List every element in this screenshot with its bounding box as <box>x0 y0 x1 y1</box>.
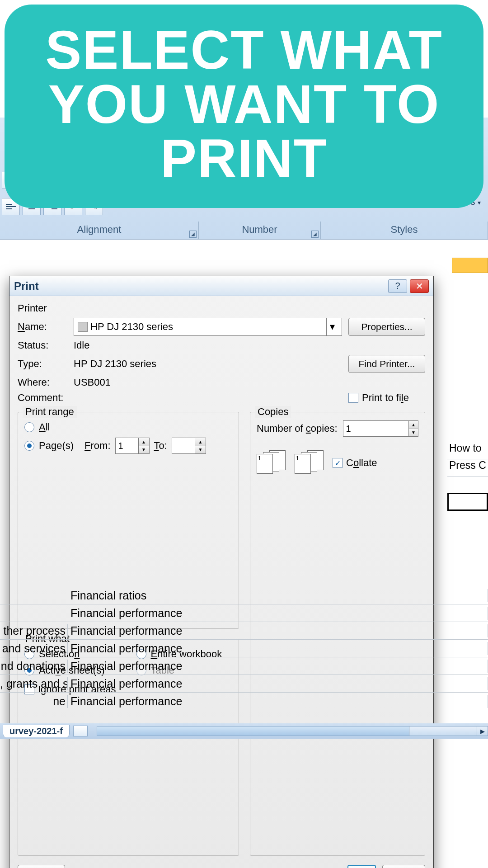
dropdown-arrow-icon: ▾ <box>478 199 481 206</box>
banner-line3: PRINT <box>160 128 328 189</box>
where-label: Where: <box>18 377 67 388</box>
side-cells: How to Press C <box>447 442 488 476</box>
print-to-file-row: Print to file <box>348 392 425 404</box>
table-row[interactable]: ther processFinancial performance <box>0 622 488 640</box>
print-range-title: Print range <box>23 406 77 418</box>
copies-field[interactable] <box>343 421 409 436</box>
to-input[interactable]: ▲▼ <box>172 438 206 454</box>
type-value: HP DJ 2130 series <box>74 358 342 370</box>
to-label: To: <box>154 440 167 452</box>
sheet-tab[interactable]: urvey-2021-f <box>3 725 70 737</box>
table-row[interactable]: and servicesFinancial performance <box>0 640 488 657</box>
comment-label: Comment: <box>18 392 67 404</box>
add-sheet-button[interactable] <box>73 726 88 736</box>
spreadsheet-rows: Financial ratios Financial performance t… <box>0 587 488 710</box>
cancel-button[interactable]: Cancel <box>382 865 425 868</box>
scrollbar-thumb[interactable] <box>97 726 409 736</box>
from-spinner[interactable]: ▲▼ <box>138 438 149 453</box>
number-group-label: Number ◢ <box>199 222 321 240</box>
range-pages-radio[interactable] <box>24 441 34 451</box>
dialog-titlebar: Print ? ✕ <box>9 276 433 296</box>
find-printer-button[interactable]: Find Printer... <box>348 355 425 373</box>
range-pages-row: Page(s) From: ▲▼ To: ▲▼ <box>24 438 232 454</box>
printer-name-value: HP DJ 2130 series <box>90 321 326 333</box>
copies-title: Copies <box>255 406 291 418</box>
copies-spinner[interactable]: ▲▼ <box>408 421 418 436</box>
table-row[interactable]: , grants and sFinancial performance <box>0 675 488 693</box>
where-value: USB001 <box>74 377 342 388</box>
dialog-footer: Preview OK Cancel <box>18 865 425 868</box>
table-row[interactable]: Financial ratios <box>0 587 488 604</box>
print-to-file-checkbox[interactable] <box>348 393 358 403</box>
alignment-group-label: Alignment ◢ <box>0 222 199 240</box>
table-row[interactable]: Financial performance <box>0 604 488 622</box>
from-input[interactable]: ▲▼ <box>115 438 150 454</box>
table-row[interactable]: neFinancial performance <box>0 693 488 710</box>
num-copies-label: Number of copies: <box>257 423 338 434</box>
side-cell[interactable]: Press C <box>447 459 488 476</box>
to-field[interactable] <box>172 438 195 453</box>
print-dialog: Print ? ✕ Printer Name: HP DJ 2130 serie… <box>9 276 434 868</box>
alignment-launcher[interactable]: ◢ <box>189 231 197 238</box>
selected-cell[interactable] <box>447 493 488 511</box>
status-label: Status: <box>18 340 67 351</box>
range-all-row: All <box>24 421 232 433</box>
banner-line1: SELECT WHAT <box>45 19 443 80</box>
range-all-radio[interactable] <box>24 422 34 432</box>
range-all-label: All <box>39 421 50 433</box>
dropdown-arrow-icon: ▾ <box>326 318 338 335</box>
dialog-title: Print <box>14 280 39 292</box>
print-to-file-label: Print to file <box>362 392 409 404</box>
banner-line2: YOU WANT TO <box>48 74 440 134</box>
range-pages-label: Page(s) <box>39 440 74 452</box>
collate-preview-1: 321 <box>257 450 286 476</box>
properties-button[interactable]: Properties... <box>348 318 425 336</box>
printer-icon <box>78 322 88 332</box>
type-label: Type: <box>18 358 67 370</box>
from-field[interactable] <box>116 438 138 453</box>
printer-section-label: Printer <box>18 302 425 314</box>
dialog-body: Printer Name: HP DJ 2130 series ▾ Proper… <box>9 296 433 868</box>
banner-text: SELECT WHAT YOU WANT TO PRINT <box>18 23 470 185</box>
ribbon-group-labels: Alignment ◢ Number ◢ Styles <box>0 222 488 240</box>
printer-info: Name: HP DJ 2130 series ▾ Properties... … <box>18 318 425 404</box>
collate-label: Collate <box>346 457 377 469</box>
side-cell[interactable]: How to <box>447 442 488 459</box>
name-label: Name: <box>18 321 67 333</box>
styles-group-label: Styles <box>321 222 488 240</box>
from-label: From: <box>84 440 110 452</box>
close-button[interactable]: ✕ <box>410 279 429 293</box>
scroll-right-arrow[interactable]: ▸ <box>477 726 488 736</box>
help-icon: ? <box>395 281 400 291</box>
to-spinner[interactable]: ▲▼ <box>195 438 206 453</box>
help-button[interactable]: ? <box>388 279 407 293</box>
ok-button[interactable]: OK <box>347 865 375 868</box>
close-icon: ✕ <box>416 281 423 292</box>
status-value: Idle <box>74 340 342 351</box>
horizontal-scrollbar[interactable]: ▸ <box>97 726 488 736</box>
copies-input[interactable]: ▲▼ <box>343 420 418 437</box>
printer-name-dropdown[interactable]: HP DJ 2130 series ▾ <box>74 318 342 336</box>
preview-button[interactable]: Preview <box>18 865 65 868</box>
instruction-banner: SELECT WHAT YOU WANT TO PRINT <box>5 5 483 208</box>
sheet-tab-bar: urvey-2021-f ▸ <box>0 723 488 739</box>
table-row[interactable]: nd donationsFinancial performance <box>0 657 488 675</box>
collate-preview-2: 321 <box>295 450 324 476</box>
selected-column-header[interactable] <box>452 258 488 273</box>
collate-checkbox[interactable] <box>333 458 343 468</box>
number-launcher[interactable]: ◢ <box>311 231 319 238</box>
